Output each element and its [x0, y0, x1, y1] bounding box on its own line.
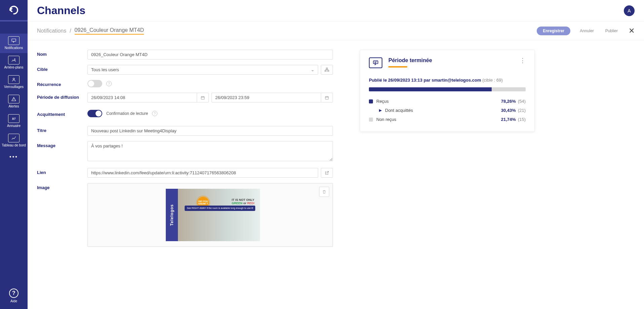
- notification-icon: [369, 57, 382, 68]
- calendar-icon[interactable]: [321, 93, 333, 102]
- image-preview: Telelogos DID YOU KNOW ? IT IS NOT ONLY …: [166, 189, 260, 241]
- topbar: Channels A: [28, 0, 644, 21]
- image-icon: [8, 56, 20, 64]
- title-input[interactable]: [87, 126, 333, 136]
- cancel-button[interactable]: Annuler: [578, 28, 596, 34]
- help-icon[interactable]: ?: [106, 81, 112, 86]
- sidebar-item-label: Notifications: [5, 46, 23, 50]
- stat-received: Reçus 78,26% (54): [369, 97, 526, 106]
- open-link-button[interactable]: [321, 168, 333, 178]
- label-link: Lien: [37, 168, 87, 175]
- svg-point-2: [13, 78, 15, 80]
- sidebar-item-locks[interactable]: Verrouillages: [0, 73, 28, 92]
- sidebar-nav: Notifications Arrière-plans Verrouillage…: [0, 34, 28, 160]
- sidebar-item-label: Arrière-plans: [4, 66, 23, 69]
- svg-rect-9: [373, 61, 378, 63]
- ack-description: Confirmation de lecture: [106, 111, 148, 116]
- sidebar-item-alerts[interactable]: Alertes: [0, 92, 28, 112]
- status-card: Période terminée ⋮ Publié le 26/09/2023 …: [360, 50, 535, 132]
- publish-button[interactable]: Publier: [603, 28, 620, 34]
- ack-toggle[interactable]: [87, 110, 102, 117]
- target-select[interactable]: Tous les users ⌄: [87, 65, 318, 75]
- card-menu-icon[interactable]: ⋮: [520, 57, 526, 63]
- svg-rect-6: [328, 70, 329, 71]
- label-recurrence: Récurrence: [37, 80, 87, 87]
- stats-list: Reçus 78,26% (54) ▶ Dont acquittés 30,43…: [369, 97, 526, 124]
- sidebar-help-label: Aide: [10, 299, 17, 303]
- preview-note: See RIGHT AWAY if the room is available …: [185, 206, 255, 211]
- remove-image-button[interactable]: [319, 187, 329, 197]
- sidebar: Notifications Arrière-plans Verrouillage…: [0, 0, 28, 309]
- sidebar-item-backgrounds[interactable]: Arrière-plans: [0, 53, 28, 73]
- preview-headline: IT IS NOT ONLY GREEN or RED!: [232, 198, 255, 205]
- chevron-down-icon: ⌄: [311, 67, 314, 72]
- breadcrumb-separator: /: [70, 28, 71, 34]
- label-target: Cible: [37, 65, 87, 72]
- svg-rect-0: [12, 39, 16, 42]
- sidebar-item-label: Annuaire: [7, 124, 21, 128]
- label-title: Titre: [37, 126, 87, 133]
- name-input[interactable]: [87, 50, 333, 59]
- sidebar-item-notifications[interactable]: Notifications: [0, 34, 28, 53]
- label-name: Nom: [37, 50, 87, 57]
- svg-point-1: [14, 59, 15, 59]
- user-icon: [8, 75, 20, 84]
- external-link-icon: [325, 171, 329, 175]
- preview-brand: Telelogos: [169, 204, 174, 226]
- id-card-icon: [8, 114, 20, 123]
- stat-not-received: Non reçus 21,74% (15): [369, 115, 526, 124]
- calendar-icon[interactable]: [197, 93, 209, 102]
- link-input[interactable]: [87, 168, 318, 178]
- close-icon[interactable]: ✕: [629, 27, 635, 35]
- save-button[interactable]: Enregistrer: [537, 27, 570, 35]
- content: Nom Cible Tous les users ⌄ Récurrence: [28, 40, 644, 309]
- svg-rect-4: [326, 68, 328, 69]
- trash-icon: [322, 189, 327, 194]
- chat-icon: [8, 36, 20, 45]
- logo-icon: [8, 4, 20, 16]
- breadcrumb-current: 0926_Couleur Orange MT4D: [75, 27, 144, 35]
- svg-rect-8: [325, 96, 328, 99]
- help-icon: ?: [9, 289, 18, 298]
- sidebar-help[interactable]: ? Aide: [9, 289, 18, 303]
- label-period: Période de diffusion: [37, 93, 87, 100]
- sidebar-item-label: Alertes: [8, 105, 19, 108]
- target-picker-button[interactable]: [321, 65, 333, 75]
- page-title: Channels: [37, 4, 85, 17]
- sidebar-item-label: Verrouillages: [4, 85, 24, 89]
- status-panel: Période terminée ⋮ Publié le 26/09/2023 …: [360, 50, 535, 309]
- published-line: Publié le 26/09/2023 13:13 par smartin@t…: [369, 78, 526, 83]
- image-dropzone[interactable]: Telelogos DID YOU KNOW ? IT IS NOT ONLY …: [87, 183, 333, 247]
- caret-right-icon: ▶: [379, 108, 382, 113]
- app-logo[interactable]: [0, 0, 28, 21]
- breadcrumb-row: Notifications / 0926_Couleur Orange MT4D…: [28, 21, 644, 40]
- sidebar-item-label: Tableau de bord: [2, 144, 26, 147]
- header-actions: Enregistrer Annuler Publier ✕: [537, 27, 635, 35]
- svg-rect-7: [201, 96, 204, 99]
- stat-acknowledged[interactable]: ▶ Dont acquittés 30,43% (21): [369, 106, 526, 115]
- sidebar-item-dashboard[interactable]: Tableau de bord: [0, 131, 28, 150]
- alert-icon: [8, 95, 20, 103]
- org-icon: [324, 67, 330, 73]
- title-underline: [388, 66, 407, 68]
- period-start-input[interactable]: [87, 93, 197, 102]
- label-image: Image: [37, 183, 87, 190]
- sidebar-more[interactable]: •••: [9, 154, 18, 160]
- svg-rect-5: [325, 70, 326, 71]
- sidebar-item-directory[interactable]: Annuaire: [0, 112, 28, 131]
- label-ack: Acquittement: [37, 110, 87, 117]
- target-value: Tous les users: [91, 67, 119, 72]
- svg-point-3: [12, 118, 13, 119]
- period-end-input[interactable]: [212, 93, 321, 102]
- status-title: Période terminée: [388, 57, 432, 63]
- label-message: Message: [37, 141, 87, 148]
- breadcrumb-root[interactable]: Notifications: [37, 28, 66, 34]
- form: Nom Cible Tous les users ⌄ Récurrence: [37, 50, 333, 309]
- avatar[interactable]: A: [624, 5, 635, 16]
- help-icon[interactable]: ?: [152, 111, 157, 116]
- message-textarea[interactable]: À vos partages !: [87, 141, 333, 161]
- chart-icon: [8, 134, 20, 142]
- recurrence-toggle[interactable]: [87, 80, 102, 87]
- progress-bar: [369, 87, 526, 91]
